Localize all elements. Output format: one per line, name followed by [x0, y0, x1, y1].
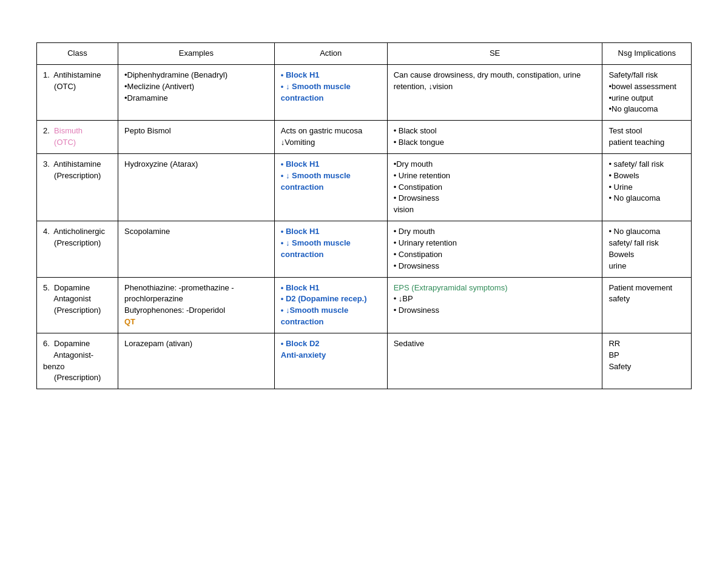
class-cell: 3. Antihistamine (Prescription)	[37, 153, 118, 221]
class-cell: 6. Dopamine Antagonist-benzo (Prescripti…	[37, 333, 118, 389]
col-nsg: Nsg Implications	[602, 43, 692, 65]
nsg-cell: Patient movement safety	[602, 277, 692, 333]
nsg-cell: Test stoolpatient teaching	[602, 121, 692, 154]
se-cell: Sedative	[387, 333, 602, 389]
se-cell: •Dry mouth• Urine retention• Constipatio…	[387, 153, 602, 221]
examples-cell: Pepto Bismol	[118, 121, 275, 154]
col-examples: Examples	[118, 43, 275, 65]
table-row: 1. Antihistamine (OTC)•Diphenhydramine (…	[37, 64, 692, 120]
action-cell: Acts on gastric mucosa ↓Vomiting	[274, 121, 387, 154]
se-cell: • Black stool• Black tongue	[387, 121, 602, 154]
nsg-cell: • safety/ fall risk• Bowels• Urine• No g…	[602, 153, 692, 221]
se-cell: EPS (Extrapyramidal symptoms)• ↓BP• Drow…	[387, 277, 602, 333]
nsg-cell: • No glaucomasafety/ fall riskBowelsurin…	[602, 221, 692, 277]
table-row: 3. Antihistamine (Prescription)Hydroxyzi…	[37, 153, 692, 221]
action-cell: • Block H1• ↓ Smooth muscle contraction	[274, 153, 387, 221]
examples-cell: Lorazepam (ativan)	[118, 333, 275, 389]
col-class: Class	[37, 43, 118, 65]
class-cell: 2. Bismuth (OTC)	[37, 121, 118, 154]
nsg-cell: RRBPSafety	[602, 333, 692, 389]
action-cell: • Block H1• D2 (Dopamine recep.)• ↓Smoot…	[274, 277, 387, 333]
examples-cell: •Diphenhydramine (Benadryl)•Meclizine (A…	[118, 64, 275, 120]
col-action: Action	[274, 43, 387, 65]
action-cell: • Block H1• ↓ Smooth muscle contraction	[274, 64, 387, 120]
se-cell: • Dry mouth• Urinary retention• Constipa…	[387, 221, 602, 277]
action-cell: • Block H1• ↓ Smooth muscle contraction	[274, 221, 387, 277]
examples-cell: Phenothiazine: -promethazine -prochlorpe…	[118, 277, 275, 333]
se-cell: Can cause drowsiness, dry mouth, constip…	[387, 64, 602, 120]
class-cell: 4. Anticholinergic (Prescription)	[37, 221, 118, 277]
action-cell: • Block D2Anti-anxiety	[274, 333, 387, 389]
table-row: 2. Bismuth (OTC)Pepto BismolActs on gast…	[37, 121, 692, 154]
examples-cell: Hydroxyzine (Atarax)	[118, 153, 275, 221]
class-cell: 1. Antihistamine (OTC)	[37, 64, 118, 120]
table-row: 6. Dopamine Antagonist-benzo (Prescripti…	[37, 333, 692, 389]
header-row: Class Examples Action SE Nsg Implication…	[37, 43, 692, 65]
table-row: 4. Anticholinergic (Prescription)Scopola…	[37, 221, 692, 277]
col-se: SE	[387, 43, 602, 65]
nsg-cell: Safety/fall risk•bowel assessment•urine …	[602, 64, 692, 120]
class-cell: 5. Dopamine Antagonist (Prescription)	[37, 277, 118, 333]
table-row: 5. Dopamine Antagonist (Prescription)Phe…	[37, 277, 692, 333]
examples-cell: Scopolamine	[118, 221, 275, 277]
anti-emetics-table: Class Examples Action SE Nsg Implication…	[36, 42, 692, 389]
